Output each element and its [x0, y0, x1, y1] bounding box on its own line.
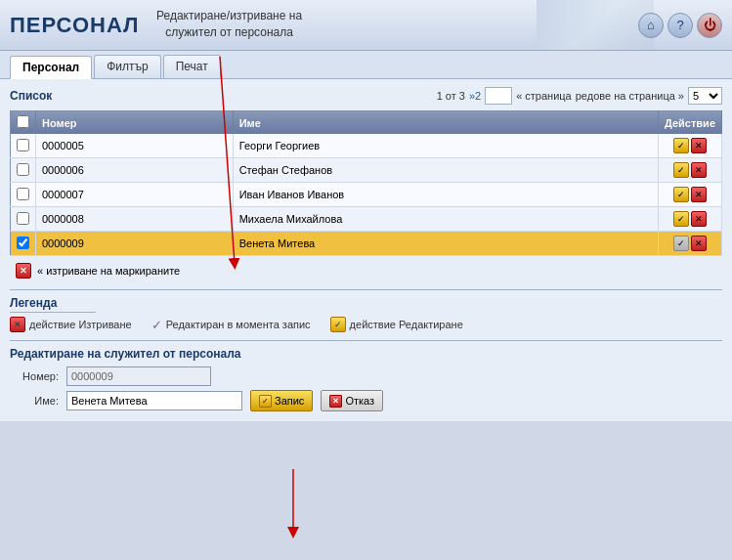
- save-button[interactable]: ✓ Запис: [250, 390, 313, 411]
- col-name: Име: [233, 111, 658, 135]
- legend-edited-label: Редактиран в момента запис: [166, 319, 311, 330]
- row-checkbox-cell: [11, 158, 36, 183]
- col-action: Действие: [659, 111, 722, 135]
- row-actions: ✓ ✕: [659, 134, 722, 158]
- col-number: Номер: [36, 111, 234, 135]
- row-actions: ✓ ✕: [659, 232, 722, 256]
- table-body: 0000005 Георги Георгиев ✓ ✕ 0000006 Стеф…: [11, 134, 722, 256]
- row-name: Георги Георгиев: [233, 134, 658, 158]
- legend-delete-label: действие Изтриване: [29, 319, 132, 330]
- help-button[interactable]: ?: [667, 13, 693, 38]
- data-table: Номер Име Действие 0000005 Георги Георги…: [10, 110, 722, 256]
- table-row: 0000007 Иван Иванов Иванов ✓ ✕: [11, 183, 722, 207]
- row-actions: ✓ ✕: [659, 158, 722, 183]
- row-name: Венета Митева: [233, 232, 658, 256]
- pagination-current: 1 от 3: [437, 90, 465, 102]
- form-name-input[interactable]: [66, 391, 242, 410]
- row-name: Иван Иванов Иванов: [233, 183, 658, 207]
- form-row-number: Номер:: [10, 366, 722, 386]
- cancel-label: Отказ: [345, 395, 374, 407]
- legend-items: ✕ действие Изтриване ✓ Редактиран в моме…: [10, 317, 722, 332]
- legend-edit-icon: ✓: [330, 317, 346, 332]
- row-actions: ✓ ✕: [659, 207, 722, 232]
- delete-marked-row: ✕ « изтриване на маркираните: [10, 260, 722, 281]
- delete-marked-label[interactable]: « изтриване на маркираните: [37, 265, 180, 277]
- row-id: 0000007: [36, 183, 234, 207]
- row-checkbox-cell: [11, 134, 36, 158]
- row-actions: ✓ ✕: [659, 183, 722, 207]
- action-icons: ✓ ✕: [665, 187, 715, 202]
- row-checkbox[interactable]: [17, 163, 29, 176]
- pagination: 1 от 3 »2 « страница редове на страница …: [437, 87, 722, 105]
- col-checkbox: [11, 111, 36, 135]
- list-label: Список: [10, 89, 52, 103]
- list-header-row: Список 1 от 3 »2 « страница редове на ст…: [10, 85, 722, 107]
- select-all-checkbox[interactable]: [17, 115, 29, 128]
- tab-personal[interactable]: Персонал: [10, 56, 92, 79]
- header-icon-group: ⌂ ? ⏻: [638, 13, 722, 38]
- row-checkbox[interactable]: [17, 188, 29, 200]
- header-background: [537, 0, 654, 50]
- edit-button[interactable]: ✓: [673, 138, 689, 153]
- pagination-page-input[interactable]: [485, 87, 512, 105]
- cancel-button[interactable]: ✕ Отказ: [321, 390, 383, 411]
- edit-section: Редактиране на служител от персонала Ном…: [10, 340, 722, 411]
- row-name: Стефан Стефанов: [233, 158, 658, 183]
- legend-item-edited: ✓ Редактиран в момента запис: [151, 317, 311, 332]
- table-row: 0000009 Венета Митева ✓ ✕: [11, 232, 722, 256]
- form-row-name: Име: ✓ Запис ✕ Отказ: [10, 390, 722, 411]
- row-checkbox[interactable]: [17, 139, 29, 151]
- edit-button[interactable]: ✓: [673, 187, 689, 202]
- main-content: Список 1 от 3 »2 « страница редове на ст…: [0, 79, 732, 421]
- table-row: 0000006 Стефан Стефанов ✓ ✕: [11, 158, 722, 183]
- tab-filter[interactable]: Филтър: [94, 55, 161, 78]
- row-id: 0000009: [36, 232, 234, 256]
- table-header-row: Номер Име Действие: [11, 111, 722, 135]
- pagination-rows-select[interactable]: 5 10 20: [688, 87, 722, 105]
- table-row: 0000008 Михаела Михайлова ✓ ✕: [11, 207, 722, 232]
- row-checkbox-cell: [11, 207, 36, 232]
- legend-edited-icon: ✓: [151, 318, 162, 332]
- row-checkbox[interactable]: [17, 237, 29, 249]
- delete-button[interactable]: ✕: [691, 138, 707, 153]
- home-button[interactable]: ⌂: [638, 13, 664, 38]
- form-name-label: Име:: [10, 395, 59, 407]
- page-title: ПЕРСОНАЛ: [10, 13, 140, 38]
- legend-title: Легенда: [10, 296, 96, 313]
- row-id: 0000008: [36, 207, 234, 232]
- edit-button[interactable]: ✓: [673, 211, 689, 227]
- annotation-line1: Редактиране/изтриване на: [156, 9, 302, 22]
- table-row: 0000005 Георги Георгиев ✓ ✕: [11, 134, 722, 158]
- row-name: Михаела Михайлова: [233, 207, 658, 232]
- power-button[interactable]: ⏻: [697, 13, 722, 38]
- row-checkbox[interactable]: [17, 212, 29, 225]
- annotation-tooltip: Редактиране/изтриване на служител от пер…: [156, 8, 302, 41]
- action-icons: ✓ ✕: [665, 211, 715, 227]
- action-icons: ✓ ✕: [665, 138, 715, 153]
- pagination-next[interactable]: »2: [469, 90, 481, 102]
- legend-item-edit: ✓ действие Редактиране: [330, 317, 463, 332]
- form-number-label: Номер:: [10, 370, 59, 382]
- action-icons: ✓ ✕: [665, 236, 715, 251]
- delete-button[interactable]: ✕: [691, 211, 707, 227]
- delete-button[interactable]: ✕: [691, 162, 707, 178]
- tab-print[interactable]: Печат: [163, 55, 221, 78]
- legend-edit-label: действие Редактиране: [350, 319, 463, 330]
- delete-button[interactable]: ✕: [691, 236, 707, 251]
- save-icon: ✓: [259, 395, 272, 408]
- cancel-icon: ✕: [329, 395, 342, 408]
- legend-item-delete: ✕ действие Изтриване: [10, 317, 132, 332]
- row-id: 0000005: [36, 134, 234, 158]
- delete-marked-icon[interactable]: ✕: [16, 263, 31, 279]
- pagination-page-label: « страница: [516, 90, 572, 102]
- row-id: 0000006: [36, 158, 234, 183]
- row-checkbox-cell: [11, 232, 36, 256]
- delete-button[interactable]: ✕: [691, 187, 707, 202]
- row-checkbox-cell: [11, 183, 36, 207]
- edit-button[interactable]: ✓: [673, 236, 689, 251]
- legend-delete-icon: ✕: [10, 317, 25, 332]
- header: ПЕРСОНАЛ ⌂ ? ⏻: [0, 0, 732, 51]
- form-number-input: [66, 366, 211, 386]
- edit-button[interactable]: ✓: [673, 162, 689, 178]
- save-label: Запис: [275, 395, 304, 407]
